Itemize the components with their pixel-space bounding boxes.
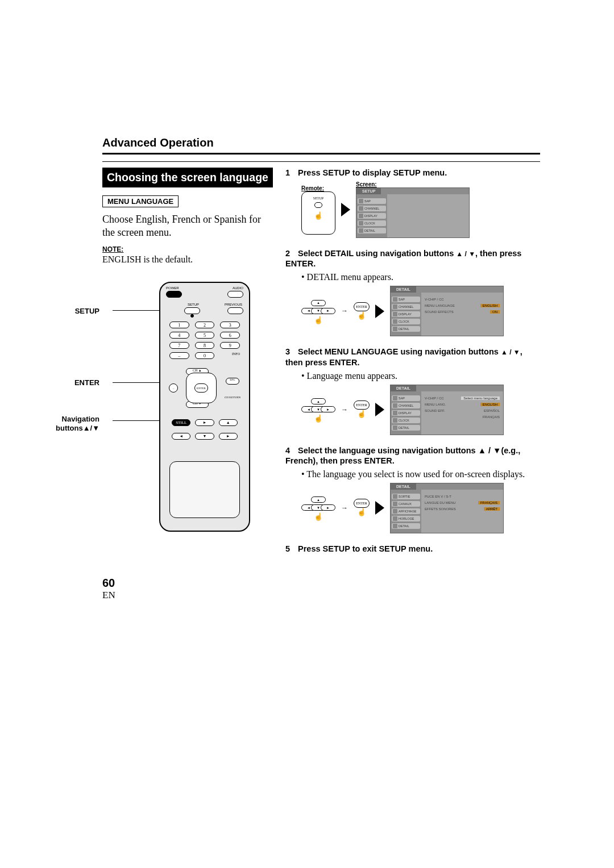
channel-icon	[393, 403, 397, 408]
key-4: 4	[169, 332, 189, 339]
manual-page: Advanced Operation Choosing the screen l…	[0, 0, 614, 658]
step-bullet: • The language you select is now used fo…	[301, 469, 540, 479]
nav-up-icon: ▲	[311, 300, 326, 306]
sap-icon	[359, 199, 363, 203]
side-item: CHANNEL	[358, 206, 386, 211]
key-3: 3	[220, 322, 240, 328]
screen-caption: Screen:	[356, 181, 470, 187]
info-label: INFO	[220, 352, 240, 359]
arrow-right-icon	[375, 501, 384, 515]
screen-tab: DETAIL	[391, 483, 416, 490]
step-number: 1	[285, 168, 296, 178]
display-icon	[393, 509, 397, 514]
side-item: CLOCK	[392, 319, 420, 324]
nav-hint: ▲ ◄ ▼ ► ☝	[301, 496, 335, 519]
finger-icon: ☝	[354, 311, 370, 320]
display-icon	[359, 214, 363, 218]
step-number: 3	[285, 347, 296, 357]
screen-detail: DETAIL SAP CHANNEL DISPLAY CLOCK DETAIL …	[390, 286, 504, 336]
nav-right-pill: ►	[195, 419, 214, 426]
arrow-right-icon	[375, 403, 384, 416]
ch-return-label: CH RETURN	[225, 396, 240, 399]
arrow-right-icon	[375, 304, 384, 318]
remote-callout-nav2: buttons▲/▼	[56, 424, 99, 432]
side-item: DETAIL	[392, 425, 420, 431]
screen-content: V-CHIP / CC MENU LANGUAGEENGLISH SOUND E…	[421, 293, 503, 336]
screen-tab: DETAIL	[391, 385, 416, 391]
screen-sidebar: SORTIE CANAUX AFFICHAGE HORLOGE DETAIL	[391, 490, 421, 533]
key-8: 8	[195, 342, 215, 349]
screen-content: PUCE EN V / S-T LANGUE DU MENUFRANÇAIS E…	[421, 490, 503, 533]
side-item: SAP	[392, 395, 420, 401]
nav-ring: ENTER	[186, 373, 217, 403]
screen-setup: SETUP SAP CHANNEL DISPLAY CLOCK DETAIL	[356, 187, 470, 238]
nav-up-icon: ▲	[311, 398, 326, 404]
side-item: DISPLAY	[392, 311, 420, 317]
audio-button	[227, 291, 243, 298]
clock-icon	[393, 516, 397, 521]
remote-callout-enter: ENTER	[74, 378, 99, 387]
step-number: 4	[285, 445, 296, 456]
display-icon	[393, 312, 397, 316]
detail-icon	[393, 425, 397, 430]
key-7: 7	[169, 342, 189, 349]
screen-content: V-CHIP / CCSelect menu language MENU LAN…	[421, 391, 503, 435]
key-2: 2	[195, 322, 215, 328]
key-9: 9	[220, 342, 240, 349]
page-number: 60	[102, 577, 540, 590]
step-number: 2	[285, 248, 296, 258]
side-item: DISPLAY	[358, 213, 386, 219]
key-1: 1	[169, 322, 189, 328]
still-button: STILL	[172, 419, 190, 426]
step-text-a: Select DETAIL using navigation buttons	[298, 249, 456, 258]
sap-icon	[393, 494, 397, 499]
side-item: DETAIL	[392, 326, 420, 332]
previous-button	[227, 307, 243, 314]
channel-icon	[393, 502, 397, 506]
previous-label: PREVIOUS	[225, 303, 242, 306]
power-button	[166, 291, 182, 298]
divider-thick	[102, 153, 540, 155]
note-label: NOTE:	[102, 245, 273, 253]
nav-hint: ▲ ◄ ▼ ► ☝	[301, 300, 335, 323]
key-0: 0	[195, 352, 215, 359]
side-item: HORLOGE	[392, 516, 420, 521]
channel-icon	[359, 206, 363, 211]
finger-icon: ☝	[314, 414, 323, 423]
key-6: 6	[220, 332, 240, 339]
enter-hint: ENTER	[354, 499, 370, 508]
side-item: DETAIL	[358, 228, 386, 233]
section-header: Advanced Operation	[102, 136, 540, 149]
note-text: ENGLISH is the default.	[102, 254, 273, 265]
side-item: SAP	[392, 297, 420, 302]
nav-right-icon: ►	[321, 406, 335, 412]
nav-up-pill: ▲	[219, 419, 238, 426]
side-item: DISPLAY	[392, 410, 420, 416]
key-dash: –	[169, 352, 189, 359]
side-item: CLOCK	[358, 220, 386, 226]
side-item: CANAUX	[392, 501, 420, 507]
remote-callout-nav1: Navigation	[62, 415, 99, 423]
remote-blank-area	[169, 461, 240, 518]
step-number: 5	[285, 544, 296, 554]
step-3: 3 Select MENU LANGUAGE using navigation …	[285, 347, 540, 367]
remote-callout-setup: SETUP	[75, 307, 99, 315]
setup-tiny-label: SETUP	[313, 197, 323, 200]
nav-down-pill: ▼	[195, 433, 214, 440]
enter-button: ENTER	[194, 383, 208, 393]
finger-icon: ☝	[314, 211, 323, 220]
screen-sidebar: SAP CHANNEL DISPLAY CLOCK DETAIL	[391, 391, 421, 435]
side-item: SORTIE	[392, 494, 420, 499]
side-item: CLOCK	[392, 418, 420, 423]
sap-icon	[393, 297, 397, 302]
screen-sidebar: SAP CHANNEL DISPLAY CLOCK DETAIL	[391, 293, 421, 336]
step-2: 2 Select DETAIL using navigation buttons…	[285, 248, 540, 269]
step-bullet: • Language menu appears.	[301, 371, 540, 381]
audio-label: AUDIO	[233, 286, 243, 290]
clock-icon	[393, 418, 397, 423]
sap-icon	[393, 396, 397, 400]
step-text: Select the language using navigation but…	[285, 446, 520, 465]
remote-hint-setup: SETUP ☝	[301, 191, 335, 235]
setup-button	[184, 307, 200, 314]
clock-icon	[359, 221, 363, 226]
